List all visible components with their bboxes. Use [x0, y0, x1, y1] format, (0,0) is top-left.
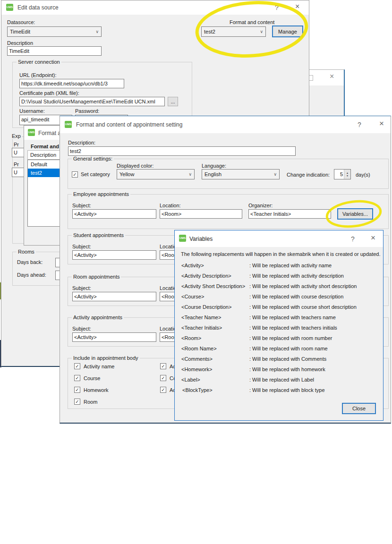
general-settings-legend: General settings:: [72, 156, 114, 162]
variable-name: <Label>: [181, 377, 200, 382]
close-icon[interactable]: ×: [295, 3, 299, 10]
help-icon[interactable]: ?: [358, 121, 361, 128]
chevron-down-icon: ∨: [188, 172, 192, 177]
days-back-label: Days back:: [17, 259, 43, 265]
description-field[interactable]: TimeEdit: [7, 46, 102, 56]
help-icon[interactable]: ?: [351, 236, 355, 242]
variable-desc: : Will be replaced with block type: [249, 387, 325, 393]
include-room-checkbox[interactable]: ✓: [74, 399, 80, 405]
datasource-dropdown[interactable]: TimeEdit ∨: [7, 26, 102, 37]
server-connection-legend: Server connection: [17, 59, 61, 65]
format-and-content-label: Format and content: [230, 19, 274, 25]
format-and-content-dropdown[interactable]: test2 ∨: [201, 26, 266, 37]
close-icon[interactable]: ×: [371, 235, 375, 241]
url-field[interactable]: https://dk.timeedit.net/soap/ucn/db1/3: [19, 79, 124, 88]
variable-name: <Course Description>: [181, 304, 231, 310]
include-homework-label: Homework: [84, 387, 109, 393]
description-field[interactable]: test2: [68, 146, 296, 156]
employee-location-label: Location:: [160, 203, 181, 208]
include-activity-name-checkbox[interactable]: ✓: [74, 363, 80, 369]
change-indication-stepper[interactable]: 5 ▲▼: [334, 169, 351, 179]
desktop: × UMS Edit data source ? × Datasource: T…: [0, 0, 392, 544]
window-title: Format and content of appointment settin…: [76, 121, 182, 128]
variable-name: <Activity>: [181, 263, 204, 268]
close-icon[interactable]: ×: [379, 120, 384, 127]
close-button[interactable]: Close: [342, 403, 376, 414]
include-activity-name-label: Activity name: [84, 364, 114, 369]
chevron-down-icon: ∨: [273, 172, 277, 177]
variable-name: <Comments>: [181, 356, 213, 362]
displayed-color-dropdown[interactable]: Yellow ∨: [117, 169, 195, 179]
variable-name: <Room Name>: [181, 346, 217, 351]
activity-appointments-legend: Activity appointments: [72, 314, 124, 320]
format-and-content-value: test2: [204, 29, 215, 34]
variable-name: <BlockType>: [182, 387, 213, 393]
fragment-label-2: Pr: [14, 162, 19, 167]
app-icon: UMS: [65, 121, 72, 128]
variable-name: <Teacher Name>: [181, 314, 221, 320]
variable-name: <Homework>: [181, 366, 212, 372]
variables-intro: The following replacements will happen i…: [181, 251, 381, 257]
room-subject-label: Subject:: [72, 285, 91, 291]
variable-desc: : Will be replaced with homework: [249, 366, 325, 372]
description-label: Description: [7, 40, 33, 46]
export-group-label-fragment: Exp: [11, 133, 22, 139]
student-subject-label: Subject:: [72, 244, 91, 249]
include-course-label: Course: [84, 375, 100, 381]
chevron-down-icon: ∨: [95, 29, 99, 34]
variable-desc: : Will be replaced with Label: [249, 377, 314, 382]
change-indication-value: 5: [334, 170, 344, 179]
app-icon: UMS: [179, 235, 186, 242]
language-dropdown[interactable]: English ∨: [202, 169, 280, 179]
employee-subject-field[interactable]: <Activity>: [72, 209, 156, 219]
fragment-label-1: Pr: [14, 142, 19, 147]
include-col2-checkbox-2[interactable]: ✓: [160, 375, 166, 381]
manage-button[interactable]: Manage: [272, 26, 303, 37]
include-course-checkbox[interactable]: ✓: [74, 375, 80, 381]
student-subject-field[interactable]: <Activity>: [72, 250, 156, 260]
close-icon[interactable]: ×: [330, 73, 334, 80]
variable-desc: : Will be replaced with room number: [249, 335, 332, 341]
employee-organizer-field[interactable]: <Teacher Initials>: [248, 209, 331, 219]
employee-organizer-label: Organizer:: [248, 203, 273, 208]
set-category-checkbox[interactable]: ✓: [72, 171, 78, 178]
chevron-down-icon: ∨: [260, 29, 263, 34]
variable-name: <Course>: [181, 294, 204, 299]
employee-location-field[interactable]: <Room>: [160, 209, 242, 219]
variable-desc: : Will be replaced with course short des…: [249, 304, 357, 310]
variable-desc: : Will be replaced with activity name: [249, 263, 332, 268]
rooms-legend: Rooms: [17, 249, 36, 255]
spinner-arrows-icon[interactable]: ▲▼: [344, 170, 350, 179]
datasource-value: TimeEdit: [10, 29, 30, 34]
variable-desc: : Will be replaced with activity short d…: [249, 283, 357, 289]
activity-subject-field[interactable]: <Activity>: [72, 332, 156, 342]
browse-button[interactable]: ...: [168, 97, 178, 106]
help-icon[interactable]: ?: [275, 4, 279, 11]
days-suffix-label: day(s): [356, 172, 370, 178]
datasource-label: Datasource:: [7, 19, 35, 25]
variable-desc: : Will be replaced with teachers initial…: [249, 325, 337, 331]
certificate-path-field[interactable]: D:\Visual Studio\UserManagement\Exe\Time…: [19, 97, 165, 106]
variables-button[interactable]: Variables...: [337, 208, 373, 220]
set-category-label: Set category: [81, 171, 110, 177]
student-appointments-legend: Student appointments: [72, 232, 125, 238]
activity-subject-label: Subject:: [72, 326, 91, 332]
variable-desc: : Will be replaced with teachers name: [249, 314, 336, 320]
include-col2-checkbox-3[interactable]: ✓: [160, 387, 166, 393]
window-title: Edit data source: [17, 4, 59, 11]
language-value: English: [205, 171, 222, 177]
variable-name: <Activity Description>: [181, 273, 231, 279]
include-col2-checkbox-1[interactable]: ✓: [160, 363, 166, 369]
app-icon: UMS: [28, 129, 35, 136]
variable-name: <Activity Short Description>: [181, 283, 245, 289]
password-label: Password:: [75, 108, 99, 114]
certificate-path-label: Certificate path (XML file):: [19, 90, 79, 96]
language-label: Language:: [202, 163, 226, 169]
rooms-group: Rooms: [12, 252, 63, 286]
variables-window: UMS Variables ? × The following replacem…: [174, 230, 383, 421]
include-homework-checkbox[interactable]: ✓: [74, 387, 80, 393]
room-subject-field[interactable]: <Activity>: [72, 292, 156, 301]
variable-desc: : Will be replaced with room name: [249, 346, 328, 351]
displayed-color-label: Displayed color:: [117, 163, 153, 169]
displayed-color-value: Yellow: [119, 171, 134, 177]
